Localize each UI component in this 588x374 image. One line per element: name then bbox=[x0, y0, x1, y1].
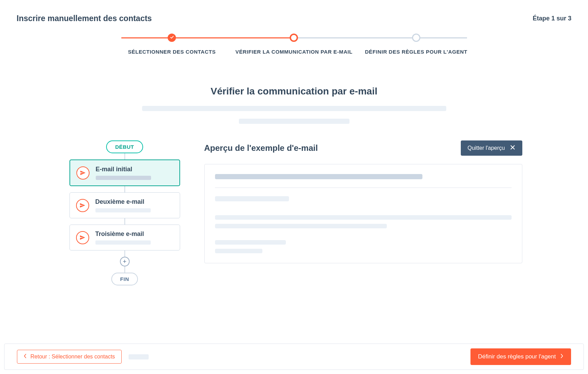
stepper-step-2[interactable]: VÉRIFIER LA COMMUNICATION PAR E-MAIL bbox=[233, 34, 355, 55]
stepper-step-label: VÉRIFIER LA COMMUNICATION PAR E-MAIL bbox=[235, 49, 353, 55]
flow-card-title: Troisième e-mail bbox=[95, 230, 151, 238]
flow-card-initial-email[interactable]: E-mail initial bbox=[69, 159, 180, 186]
footer-left: Retour : Sélectionner des contacts bbox=[17, 350, 149, 364]
flow-card-subtitle-placeholder bbox=[96, 176, 151, 180]
flow-card-subtitle-placeholder bbox=[95, 208, 151, 212]
email-body-placeholder bbox=[215, 224, 387, 228]
close-icon bbox=[510, 145, 515, 152]
flow-connector bbox=[124, 250, 125, 257]
flow-end-pill: FIN bbox=[111, 273, 138, 285]
flow-sidebar: DÉBUT E-mail initial Deuxième e-mail bbox=[66, 140, 184, 285]
preview-header: Aperçu de l'exemple d'e-mail Quitter l'a… bbox=[204, 140, 522, 156]
send-icon bbox=[76, 166, 90, 180]
plus-icon: + bbox=[123, 258, 127, 265]
flow-card-third-email[interactable]: Troisième e-mail bbox=[69, 225, 180, 250]
flow-connector bbox=[124, 186, 125, 192]
preview-panel: Aperçu de l'exemple d'e-mail Quitter l'a… bbox=[204, 140, 522, 263]
back-button-label: Retour : Sélectionner des contacts bbox=[30, 354, 115, 360]
email-subject-placeholder bbox=[215, 174, 423, 179]
stepper-step-label: DÉFINIR DES RÈGLES POUR L'AGENT bbox=[365, 49, 467, 55]
send-icon bbox=[76, 199, 89, 212]
stepper-step-1[interactable]: SÉLECTIONNER DES CONTACTS bbox=[111, 34, 233, 55]
email-body-placeholder bbox=[215, 196, 289, 201]
stepper: SÉLECTIONNER DES CONTACTS VÉRIFIER LA CO… bbox=[111, 34, 477, 55]
flow-connector bbox=[124, 266, 125, 273]
stepper-node-active bbox=[290, 34, 298, 42]
flow-card-subtitle-placeholder bbox=[95, 240, 151, 245]
step-indicator: Étape 1 sur 3 bbox=[533, 15, 571, 22]
divider bbox=[215, 188, 512, 188]
chevron-right-icon bbox=[560, 353, 563, 360]
quit-preview-label: Quitter l'aperçu bbox=[468, 145, 505, 151]
stepper-step-label: SÉLECTIONNER DES CONTACTS bbox=[128, 49, 216, 55]
add-step-button[interactable]: + bbox=[120, 257, 130, 266]
flow-card-second-email[interactable]: Deuxième e-mail bbox=[69, 192, 180, 218]
page-title: Inscrire manuellement des contacts bbox=[17, 14, 152, 23]
footer-placeholder bbox=[129, 354, 149, 359]
stepper-step-3[interactable]: DÉFINIR DES RÈGLES POUR L'AGENT bbox=[355, 34, 477, 55]
flow-connector bbox=[124, 153, 125, 159]
email-body-placeholder bbox=[215, 240, 286, 245]
next-button[interactable]: Définir des règles pour l'agent bbox=[470, 348, 571, 365]
quit-preview-button[interactable]: Quitter l'aperçu bbox=[461, 140, 522, 156]
header: Inscrire manuellement des contacts Étape… bbox=[0, 0, 588, 23]
main-title: Vérifier la communication par e-mail bbox=[211, 86, 377, 97]
main-content: Vérifier la communication par e-mail DÉB… bbox=[0, 86, 588, 285]
flow-card-title: Deuxième e-mail bbox=[95, 198, 151, 206]
footer-bar: Retour : Sélectionner des contacts Défin… bbox=[4, 344, 584, 370]
stepper-node-todo bbox=[412, 34, 420, 42]
flow-card-title: E-mail initial bbox=[96, 166, 151, 173]
next-button-label: Définir des règles pour l'agent bbox=[478, 353, 556, 360]
description-placeholder bbox=[142, 106, 446, 111]
email-body-placeholder bbox=[215, 249, 262, 253]
email-body-placeholder bbox=[215, 215, 512, 220]
description-placeholder bbox=[239, 119, 349, 124]
check-icon bbox=[170, 35, 174, 41]
content-row: DÉBUT E-mail initial Deuxième e-mail bbox=[66, 140, 522, 285]
flow-start-pill: DÉBUT bbox=[106, 140, 143, 153]
preview-title: Aperçu de l'exemple d'e-mail bbox=[204, 143, 318, 153]
send-icon bbox=[76, 231, 89, 244]
email-preview-card bbox=[204, 164, 522, 263]
chevron-left-icon bbox=[24, 354, 27, 360]
back-button[interactable]: Retour : Sélectionner des contacts bbox=[17, 350, 122, 364]
stepper-node-done bbox=[168, 34, 176, 42]
flow-connector bbox=[124, 218, 125, 225]
